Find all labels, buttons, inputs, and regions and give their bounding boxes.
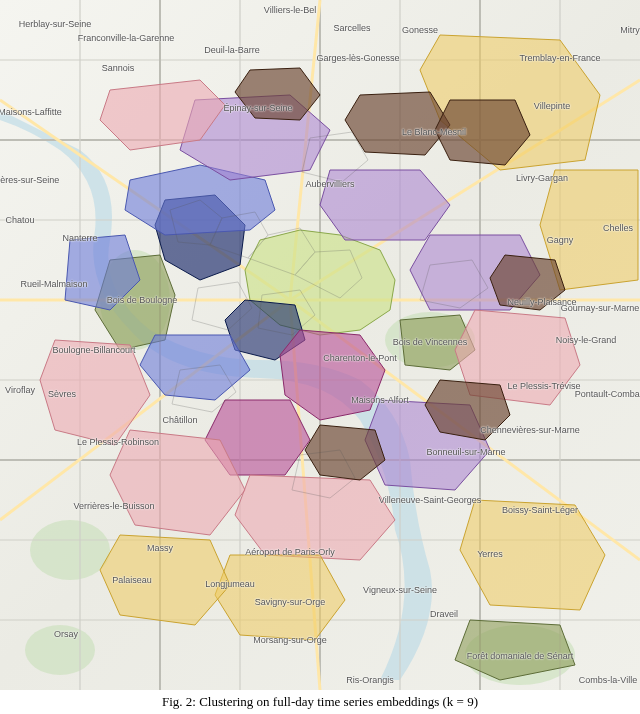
caption-text: Fig. 2: Clustering on full-day time seri… [162, 694, 478, 710]
cluster-overlay [0, 0, 640, 690]
cluster-map[interactable]: Villiers-le-BelSarcellesGonesseMitryHerb… [0, 0, 640, 690]
figure-caption: Fig. 2: Clustering on full-day time seri… [0, 690, 640, 714]
